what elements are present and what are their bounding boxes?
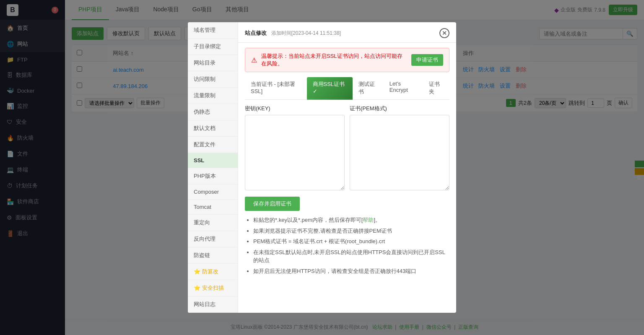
key-col: 密钥(KEY) — [245, 105, 345, 192]
modal-sidebar: 域名管理 子目录绑定 网站目录 访问限制 流量限制 伪静态 默认文档 配置文件 … — [188, 22, 238, 313]
modal-title: 站点修改 — [245, 30, 267, 36]
tab-business-ssl[interactable]: 商用SSL证书 ✓ — [307, 77, 353, 100]
modal-body: ⚠ 温馨提示：当前站点未开启SSL证书访问，站点访问可能存在风险。 申请证书 当… — [238, 43, 456, 313]
tip-item: 粘贴您的*.key以及*.pem内容，然后保存即可[帮助]。 — [253, 216, 449, 224]
modal-sidebar-item-rewrite[interactable]: 伪静态 — [188, 104, 238, 120]
tips-list: 粘贴您的*.key以及*.pem内容，然后保存即可[帮助]。 如果浏览器提示证书… — [245, 216, 449, 275]
modal-sidebar-item-access[interactable]: 访问限制 — [188, 71, 238, 88]
tab-test-cert[interactable]: 测试证书 — [353, 77, 384, 100]
cert-label: 证书(PEM格式) — [350, 105, 449, 112]
modal-sidebar-item-scan[interactable]: 安全扫描 — [188, 280, 238, 296]
alert-icon: ⚠ — [251, 56, 257, 64]
modal-sidebar-item-defaultdoc[interactable]: 默认文档 — [188, 120, 238, 137]
modal-sidebar-item-composer[interactable]: Composer — [188, 184, 238, 200]
cert-col: 证书(PEM格式) — [350, 105, 449, 192]
alert-text: 温馨提示：当前站点未开启SSL证书访问，站点访问可能存在风险。 — [261, 52, 407, 68]
modal-dialog: 域名管理 子目录绑定 网站目录 访问限制 流量限制 伪静态 默认文档 配置文件 … — [188, 22, 456, 313]
modal-sidebar-item-tamper[interactable]: 防篡改 — [188, 264, 238, 280]
cert-row: 密钥(KEY) 证书(PEM格式) — [245, 105, 449, 192]
cert-textarea[interactable] — [350, 115, 449, 190]
modal-sidebar-item-configfile[interactable]: 配置文件 — [188, 137, 238, 153]
modal-sidebar-item-phpver[interactable]: PHP版本 — [188, 168, 238, 184]
modal-sidebar-item-proxy[interactable]: 反向代理 — [188, 231, 238, 247]
modal-subtitle: 添加时间[2023-04-14 11:51:38] — [271, 30, 341, 36]
tip-item: PEM格式证书 = 域名证书.crt + 根证书(root_bundle).cr… — [253, 237, 449, 246]
apply-cert-button[interactable]: 申请证书 — [411, 54, 443, 66]
tip-item: 在未指定SSL默认站点时,未开启SSL的站点使用HTTPS会直接访问到已开启SS… — [253, 248, 449, 265]
tab-cert-folder[interactable]: 证书夹 — [423, 77, 449, 100]
modal-overlay[interactable]: 域名管理 子目录绑定 网站目录 访问限制 流量限制 伪静态 默认文档 配置文件 … — [0, 0, 644, 335]
tab-lets-encrypt[interactable]: Let's Encrypt — [384, 77, 423, 100]
modal-sidebar-item-redirect[interactable]: 重定向 — [188, 215, 238, 231]
modal-sidebar-item-hotlink[interactable]: 防盗链 — [188, 247, 238, 264]
ssl-alert: ⚠ 温馨提示：当前站点未开启SSL证书访问，站点访问可能存在风险。 申请证书 — [245, 48, 449, 72]
tip-item: 如果浏览器提示证书不完整,请检查是否正确拼接PEM证书 — [253, 227, 449, 235]
tab-current-cert[interactable]: 当前证书 - [未部署SSL] — [245, 77, 307, 100]
modal-sidebar-item-traffic[interactable]: 流量限制 — [188, 88, 238, 104]
modal-sidebar-item-domain[interactable]: 域名管理 — [188, 22, 238, 39]
save-cert-button[interactable]: 保存并启用证书 — [245, 197, 300, 211]
modal-header: 站点修改 添加时间[2023-04-14 11:51:38] ✕ — [238, 22, 456, 43]
modal-sidebar-item-subdir[interactable]: 子目录绑定 — [188, 39, 238, 55]
modal-sidebar-item-log[interactable]: 网站日志 — [188, 296, 238, 313]
modal-title-block: 站点修改 添加时间[2023-04-14 11:51:38] — [245, 29, 341, 37]
modal-sidebar-item-tomcat[interactable]: Tomcat — [188, 200, 238, 215]
modal-main: 站点修改 添加时间[2023-04-14 11:51:38] ✕ ⚠ 温馨提示：… — [238, 22, 456, 313]
modal-sidebar-item-webdir[interactable]: 网站目录 — [188, 55, 238, 71]
modal-close-button[interactable]: ✕ — [439, 28, 449, 38]
tip-item: 如开启后无法使用HTTPS访问，请检查安全组是否正确放行443端口 — [253, 267, 449, 275]
key-textarea[interactable] — [245, 115, 345, 190]
modal-sidebar-item-ssl[interactable]: SSL — [188, 153, 238, 168]
modal-tabs: 当前证书 - [未部署SSL] 商用SSL证书 ✓ 测试证书 Let's Enc… — [245, 77, 449, 100]
help-link[interactable]: 帮助 — [363, 217, 374, 223]
key-label: 密钥(KEY) — [245, 105, 345, 112]
